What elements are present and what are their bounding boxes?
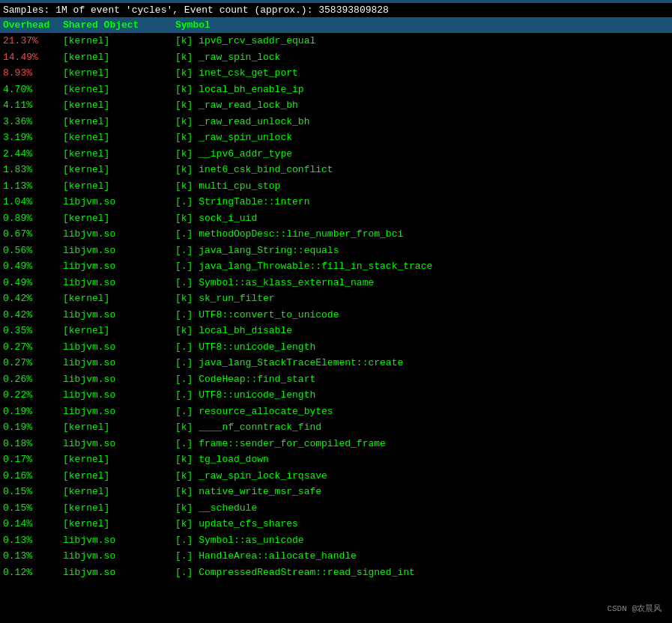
shared-object-value: libjvm.so: [63, 308, 175, 323]
overhead-value: 3.36%: [3, 115, 63, 130]
overhead-value: 1.13%: [3, 179, 63, 194]
shared-object-value: [kernel]: [63, 130, 175, 145]
table-body: 21.37%[kernel][k] ipv6_rcv_saddr_equal14…: [0, 33, 672, 580]
table-row[interactable]: 0.22%libjvm.so[.] UTF8::unicode_length: [0, 387, 672, 404]
table-row[interactable]: 0.27%libjvm.so[.] java_lang_StackTraceEl…: [0, 355, 672, 371]
table-row[interactable]: 0.56%libjvm.so[.] java_lang_String::equa…: [0, 243, 672, 259]
table-row[interactable]: 4.70%[kernel][k] local_bh_enable_ip: [0, 82, 672, 98]
symbol-value: [k] inet_csk_get_port: [175, 66, 669, 81]
overhead-value: 0.35%: [3, 323, 63, 338]
shared-object-value: [kernel]: [63, 323, 175, 338]
table-row[interactable]: 1.83%[kernel][k] inet6_csk_bind_conflict: [0, 162, 672, 178]
table-row[interactable]: 0.35%[kernel][k] local_bh_disable: [0, 323, 672, 339]
shared-object-value: libjvm.so: [63, 276, 175, 291]
overhead-value: 3.19%: [3, 130, 63, 145]
symbol-value: [.] frame::sender_for_compiled_frame: [175, 437, 669, 452]
shared-object-value: libjvm.so: [63, 195, 175, 210]
shared-object-value: libjvm.so: [63, 372, 175, 387]
shared-object-value: libjvm.so: [63, 243, 175, 258]
overhead-value: 8.93%: [3, 66, 63, 81]
symbol-value: [k] ____nf_conntrack_find: [175, 420, 669, 435]
table-row[interactable]: 4.11%[kernel][k] _raw_read_lock_bh: [0, 97, 672, 114]
table-row[interactable]: 0.42%libjvm.so[.] UTF8::convert_to_unico…: [0, 307, 672, 323]
table-row[interactable]: 0.89%[kernel][k] sock_i_uid: [0, 210, 672, 227]
shared-object-value: [kernel]: [63, 147, 175, 162]
shared-object-value: [kernel]: [63, 420, 175, 435]
table-row[interactable]: 0.49%libjvm.so[.] Symbol::as_klass_exter…: [0, 275, 672, 291]
table-row[interactable]: 0.14%[kernel][k] update_cfs_shares: [0, 516, 672, 532]
overhead-value: 0.19%: [3, 420, 63, 435]
symbol-value: [.] UTF8::unicode_length: [175, 388, 669, 403]
header-shared-object: Shared Object: [63, 19, 175, 31]
shared-object-value: libjvm.so: [63, 388, 175, 403]
overhead-value: 0.27%: [3, 340, 63, 355]
table-row[interactable]: 3.19%[kernel][k] _raw_spin_unlock: [0, 130, 672, 146]
shared-object-value: [kernel]: [63, 452, 175, 467]
table-row[interactable]: 14.49%[kernel][k] _raw_spin_lock: [0, 49, 672, 66]
table-row[interactable]: 0.17%[kernel][k] tg_load_down: [0, 452, 672, 468]
symbol-value: [k] _raw_spin_lock: [175, 50, 669, 65]
shared-object-value: libjvm.so: [63, 227, 175, 242]
symbol-value: [k] _raw_spin_lock_irqsave: [175, 469, 669, 484]
table-row[interactable]: 0.15%[kernel][k] __schedule: [0, 500, 672, 517]
overhead-value: 0.15%: [3, 501, 63, 516]
overhead-value: 0.12%: [3, 565, 63, 580]
shared-object-value: libjvm.so: [63, 549, 175, 564]
shared-object-value: [kernel]: [63, 34, 175, 49]
symbol-value: [.] HandleArea::allocate_handle: [175, 549, 669, 564]
table-row[interactable]: 0.27%libjvm.so[.] UTF8::unicode_length: [0, 339, 672, 356]
shared-object-value: [kernel]: [63, 469, 175, 484]
table-row[interactable]: 0.16%[kernel][k] _raw_spin_lock_irqsave: [0, 468, 672, 484]
overhead-value: 0.26%: [3, 372, 63, 387]
table-row[interactable]: 8.93%[kernel][k] inet_csk_get_port: [0, 65, 672, 82]
table-row[interactable]: 0.49%libjvm.so[.] java_lang_Throwable::f…: [0, 258, 672, 275]
overhead-value: 0.56%: [3, 243, 63, 258]
table-row[interactable]: 0.18%libjvm.so[.] frame::sender_for_comp…: [0, 436, 672, 452]
symbol-value: [k] sock_i_uid: [175, 211, 669, 226]
header-overhead: Overhead: [3, 19, 63, 31]
overhead-value: 14.49%: [3, 50, 63, 65]
table-row[interactable]: 0.12%libjvm.so[.] CompressedReadStream::…: [0, 565, 672, 581]
shared-object-value: libjvm.so: [63, 340, 175, 355]
table-row[interactable]: 0.26%libjvm.so[.] CodeHeap::find_start: [0, 371, 672, 388]
table-row[interactable]: 0.19%[kernel][k] ____nf_conntrack_find: [0, 419, 672, 436]
symbol-value: [.] CompressedReadStream::read_signed_in…: [175, 565, 669, 580]
overhead-value: 1.04%: [3, 195, 63, 210]
shared-object-value: libjvm.so: [63, 356, 175, 371]
table-row[interactable]: 0.13%libjvm.so[.] HandleArea::allocate_h…: [0, 548, 672, 565]
symbol-value: [k] __ipv6_addr_type: [175, 147, 669, 162]
table-row[interactable]: 0.13%libjvm.so[.] Symbol::as_unicode: [0, 532, 672, 549]
shared-object-value: [kernel]: [63, 291, 175, 306]
table-row[interactable]: 0.67%libjvm.so[.] methodOopDesc::line_nu…: [0, 226, 672, 243]
symbol-value: [k] _raw_spin_unlock: [175, 130, 669, 145]
table-row[interactable]: 0.42%[kernel][k] sk_run_filter: [0, 291, 672, 307]
shared-object-value: libjvm.so: [63, 437, 175, 452]
table-row[interactable]: 1.04%libjvm.so[.] StringTable::intern: [0, 194, 672, 210]
shared-object-value: [kernel]: [63, 484, 175, 499]
table-row[interactable]: 0.19%libjvm.so[.] resource_allocate_byte…: [0, 404, 672, 420]
symbol-value: [.] java_lang_StackTraceElement::create: [175, 356, 669, 371]
overhead-value: 0.16%: [3, 469, 63, 484]
symbol-value: [.] UTF8::unicode_length: [175, 340, 669, 355]
table-row[interactable]: 3.36%[kernel][k] _raw_read_unlock_bh: [0, 114, 672, 130]
shared-object-value: [kernel]: [63, 501, 175, 516]
symbol-value: [k] ipv6_rcv_saddr_equal: [175, 34, 669, 49]
symbol-value: [k] native_write_msr_safe: [175, 484, 669, 499]
symbol-value: [k] local_bh_enable_ip: [175, 82, 669, 97]
symbol-value: [k] sk_run_filter: [175, 291, 669, 306]
overhead-value: 0.18%: [3, 437, 63, 452]
table-row[interactable]: 21.37%[kernel][k] ipv6_rcv_saddr_equal: [0, 33, 672, 49]
overhead-value: 21.37%: [3, 34, 63, 49]
table-row[interactable]: 0.15%[kernel][k] native_write_msr_safe: [0, 484, 672, 500]
symbol-value: [.] CodeHeap::find_start: [175, 372, 669, 387]
overhead-value: 0.14%: [3, 517, 63, 532]
shared-object-value: [kernel]: [63, 517, 175, 532]
symbol-value: [.] StringTable::intern: [175, 195, 669, 210]
overhead-value: 0.42%: [3, 308, 63, 323]
symbol-value: [k] _raw_read_lock_bh: [175, 98, 669, 113]
symbol-value: [k] update_cfs_shares: [175, 517, 669, 532]
table-row[interactable]: 1.13%[kernel][k] multi_cpu_stop: [0, 178, 672, 195]
symbol-value: [.] java_lang_Throwable::fill_in_stack_t…: [175, 259, 669, 274]
table-row[interactable]: 2.44%[kernel][k] __ipv6_addr_type: [0, 146, 672, 162]
overhead-value: 0.13%: [3, 549, 63, 564]
